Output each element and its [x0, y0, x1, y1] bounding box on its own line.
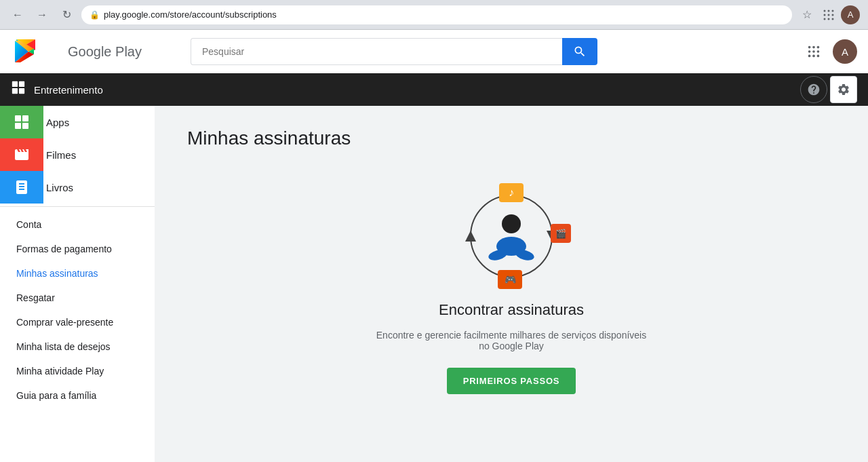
search-button[interactable]: [562, 38, 597, 65]
svg-rect-24: [12, 88, 18, 94]
svg-point-8: [832, 18, 834, 20]
empty-state-illustration: ♪ 🎬 🎮: [450, 182, 572, 290]
menu-lista-desejos[interactable]: Minha lista de desejos: [0, 334, 155, 359]
svg-text:🎬: 🎬: [555, 228, 567, 239]
svg-point-7: [828, 18, 830, 20]
nav-strip-right: [800, 76, 868, 103]
bookmark-button[interactable]: ☆: [797, 5, 816, 24]
account-menu: Conta Formas de pagamento Minhas assinat…: [0, 206, 155, 413]
svg-point-3: [824, 14, 826, 16]
url-text: play.google.com/store/account/subscripti…: [104, 9, 277, 20]
svg-text:♪: ♪: [509, 187, 514, 198]
settings-button[interactable]: [830, 76, 857, 103]
browser-back-button[interactable]: ←: [8, 5, 27, 24]
filmes-icon-box: [0, 138, 43, 171]
svg-point-21: [817, 55, 820, 58]
primeiros-passos-button[interactable]: PRIMEIROS PASSOS: [447, 368, 576, 394]
search-bar: [191, 38, 597, 65]
search-input[interactable]: [191, 38, 562, 65]
google-play-logo[interactable]: Google Play: [11, 37, 142, 66]
menu-comprar-vale[interactable]: Comprar vale-presente: [0, 310, 155, 334]
sidebar-item-filmes[interactable]: Filmes: [0, 138, 155, 171]
entretenimento-icon: [11, 80, 26, 99]
svg-point-17: [812, 50, 815, 53]
svg-point-4: [828, 14, 830, 16]
google-apps-button[interactable]: [800, 38, 827, 65]
svg-point-36: [502, 214, 521, 233]
browser-forward-button[interactable]: →: [33, 5, 52, 24]
browser-reload-button[interactable]: ↻: [57, 5, 76, 24]
svg-point-13: [808, 46, 811, 49]
svg-point-14: [812, 46, 815, 49]
browser-chrome: ← → ↻ 🔒 play.google.com/store/account/su…: [0, 0, 868, 30]
help-button[interactable]: [800, 76, 827, 103]
svg-rect-22: [12, 81, 18, 87]
svg-point-16: [808, 50, 811, 53]
svg-point-19: [808, 55, 811, 58]
svg-point-0: [824, 9, 826, 12]
filmes-label: Filmes: [43, 149, 76, 161]
user-avatar[interactable]: A: [833, 39, 857, 64]
svg-point-15: [817, 46, 820, 49]
svg-point-2: [832, 9, 834, 12]
menu-formas-pagamento[interactable]: Formas de pagamento: [0, 237, 155, 261]
svg-rect-26: [15, 115, 21, 121]
svg-rect-28: [15, 123, 21, 129]
svg-rect-29: [22, 123, 28, 129]
menu-minhas-assinaturas[interactable]: Minhas assinaturas: [0, 261, 155, 286]
main-layout: Apps Filmes Livros Conta Formas de pagam…: [0, 106, 868, 462]
browser-avatar[interactable]: A: [841, 5, 860, 24]
entretenimento-label: Entretenimento: [34, 84, 103, 96]
menu-conta[interactable]: Conta: [0, 212, 155, 237]
svg-text:🎮: 🎮: [505, 274, 517, 286]
browser-actions: ☆ A: [797, 5, 860, 24]
menu-guia-familia[interactable]: Guia para a família: [0, 383, 155, 408]
apps-label: Apps: [43, 117, 69, 128]
address-bar[interactable]: 🔒 play.google.com/store/account/subscrip…: [81, 5, 792, 24]
svg-point-18: [817, 50, 820, 53]
svg-rect-27: [22, 115, 28, 121]
livros-label: Livros: [43, 182, 73, 193]
nav-strip: Entretenimento: [0, 73, 868, 106]
svg-point-20: [812, 55, 815, 58]
svg-point-5: [832, 14, 834, 16]
menu-resgatar[interactable]: Resgatar: [0, 286, 155, 310]
empty-state-title: Encontrar assinaturas: [439, 301, 584, 319]
empty-state: ♪ 🎬 🎮 Encontrar assinaturas Encontre e g…: [187, 182, 835, 394]
sidebar-item-apps[interactable]: Apps: [0, 106, 155, 138]
svg-rect-23: [19, 81, 24, 87]
google-play-logo-text: Google Play: [68, 44, 142, 60]
app-header: Google Play A: [0, 30, 868, 73]
svg-point-1: [828, 9, 830, 12]
page-title: Minhas assinaturas: [187, 128, 835, 149]
empty-state-subtitle: Encontre e gerencie facilmente milhares …: [376, 330, 647, 351]
menu-atividade-play[interactable]: Minha atividade Play: [0, 359, 155, 383]
svg-point-6: [824, 18, 826, 20]
nav-entretenimento[interactable]: Entretenimento: [0, 73, 155, 106]
content-area: Minhas assinaturas: [155, 106, 868, 462]
browser-apps-button[interactable]: [819, 5, 838, 24]
livros-icon-box: [0, 171, 43, 204]
sidebar: Apps Filmes Livros Conta Formas de pagam…: [0, 106, 155, 462]
svg-rect-25: [19, 88, 24, 94]
sidebar-item-livros[interactable]: Livros: [0, 171, 155, 204]
header-right: A: [800, 38, 857, 65]
lock-icon: 🔒: [90, 10, 100, 20]
apps-icon-box: [0, 106, 43, 138]
